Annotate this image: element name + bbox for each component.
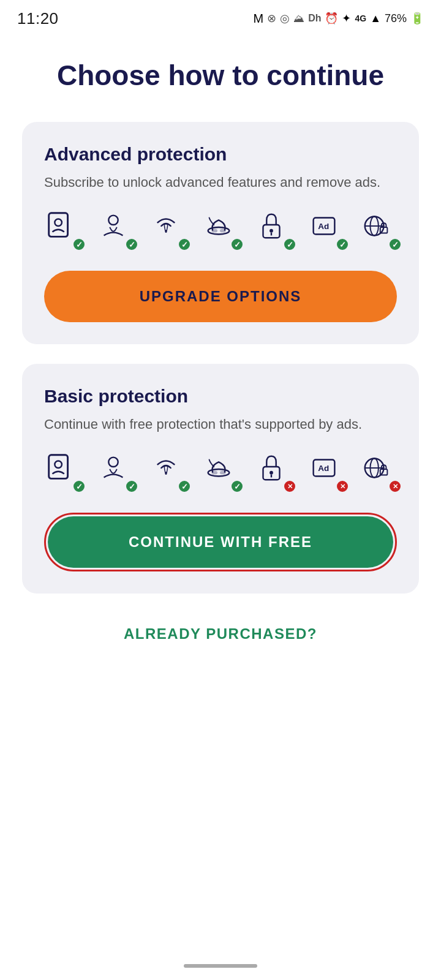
svg-point-4 [211,229,217,233]
basic-icon-7 [360,451,402,493]
svg-point-17 [108,458,118,467]
upgrade-button[interactable]: UPGRADE OPTIONS [44,271,397,322]
basic-icon-7-badge [388,480,402,493]
svg-point-7 [270,229,273,233]
advanced-icon-1-badge [72,238,86,251]
wifi-signal-icon: ▲ [370,12,381,25]
basic-protection-card: Basic protection Continue with free prot… [22,364,419,594]
svg-point-22 [270,471,273,475]
dh-icon: Dh [308,13,321,24]
already-purchased-label[interactable]: ALREADY PURCHASED? [124,625,317,642]
basic-icon-1 [44,451,86,493]
photo-icon: ⛰ [293,12,304,25]
svg-point-18 [208,469,230,477]
basic-icon-3 [149,451,191,493]
status-time: 11:20 [17,9,59,28]
basic-icon-6-badge [336,480,349,493]
battery-text: 76% [385,12,407,25]
alarm-icon: ⏰ [325,12,338,25]
basic-icon-4 [202,451,244,493]
main-content: Choose how to continue Advanced protecti… [0,34,441,679]
page-title: Choose how to continue [22,59,419,92]
svg-rect-15 [49,455,68,479]
advanced-icon-1 [44,209,86,251]
bluetooth-icon: ✦ [342,12,351,25]
svg-point-1 [55,219,62,227]
advanced-icon-5 [255,209,296,251]
advanced-icon-4 [202,209,244,251]
gmail-icon: M [253,12,263,26]
battery-icon: 🔋 [410,12,424,25]
advanced-icon-3-badge [178,238,191,251]
notification-icon2: ◎ [280,12,290,25]
advanced-icon-2-badge [125,238,138,251]
advanced-icon-7-badge [388,238,402,251]
svg-point-16 [55,461,62,469]
svg-rect-0 [49,213,68,237]
notification-icon1: ⊗ [267,12,276,25]
advanced-icon-3 [149,209,191,251]
advanced-feature-icons: Ad [44,209,397,251]
continue-free-button[interactable]: CONTINUE WITH FREE [48,516,393,568]
basic-icon-5-badge [283,480,296,493]
svg-point-3 [208,227,230,235]
status-icons: M ⊗ ◎ ⛰ Dh ⏰ ✦ 4G ▲ 76% 🔋 [253,12,424,26]
svg-text:Ad: Ad [318,222,329,231]
basic-icon-1-badge [72,480,86,493]
basic-feature-icons: Ad [44,451,397,493]
svg-point-5 [220,229,226,233]
svg-point-19 [211,471,217,475]
basic-icon-6: Ad [307,451,349,493]
already-purchased-section[interactable]: ALREADY PURCHASED? [22,613,419,655]
basic-card-title: Basic protection [44,386,397,407]
basic-card-desc: Continue with free protection that's sup… [44,414,397,434]
advanced-icon-5-badge [283,238,296,251]
advanced-icon-6-badge [336,238,349,251]
advanced-card-desc: Subscribe to unlock advanced features an… [44,172,397,192]
basic-icon-2-badge [125,480,138,493]
svg-text:Ad: Ad [318,464,329,473]
continue-free-button-wrap: CONTINUE WITH FREE [44,513,397,571]
signal-icon: 4G [355,13,366,23]
advanced-icon-4-badge [230,238,244,251]
basic-icon-2 [97,451,138,493]
basic-icon-3-badge [178,480,191,493]
svg-point-20 [220,471,226,475]
advanced-icon-7 [360,209,402,251]
svg-point-2 [108,216,118,225]
home-indicator [184,964,257,968]
basic-icon-4-badge [230,480,244,493]
advanced-icon-6: Ad [307,209,349,251]
status-bar: 11:20 M ⊗ ◎ ⛰ Dh ⏰ ✦ 4G ▲ 76% 🔋 [0,0,441,34]
advanced-icon-2 [97,209,138,251]
advanced-card-title: Advanced protection [44,144,397,165]
basic-icon-5 [255,451,296,493]
advanced-protection-card: Advanced protection Subscribe to unlock … [22,122,419,344]
